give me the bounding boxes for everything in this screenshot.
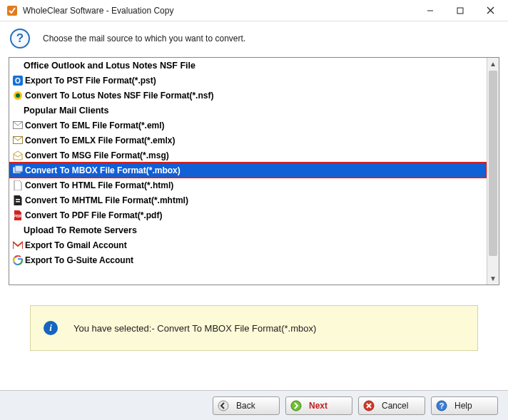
header-area: ? Choose the mail source to which you wa… <box>0 21 508 57</box>
button-label: Back <box>236 401 255 411</box>
svg-rect-13 <box>15 165 23 172</box>
gmail-icon <box>12 240 23 250</box>
item-label: Convert To EMLX File Format(*.emlx) <box>25 135 175 145</box>
close-button[interactable] <box>475 1 505 21</box>
google-icon <box>12 255 23 265</box>
cancel-button[interactable]: Cancel <box>358 396 425 415</box>
item-eml[interactable]: Convert To EML File Format(*.eml) <box>9 118 487 133</box>
item-label: Export To Gmail Account <box>25 240 127 250</box>
question-icon: ? <box>10 29 30 48</box>
window-stack-icon <box>12 165 23 175</box>
help-button[interactable]: ? Help <box>431 396 498 415</box>
button-label: Cancel <box>382 401 408 411</box>
item-msg[interactable]: Convert To MSG File Format(*.msg) <box>9 148 487 163</box>
item-label: Export To G-Suite Account <box>25 255 133 265</box>
svg-rect-15 <box>16 201 20 203</box>
svg-rect-14 <box>16 199 20 200</box>
item-label: Convert To PDF File Format(*.pdf) <box>25 210 162 220</box>
item-nsf[interactable]: Convert To Lotus Notes NSF File Format(*… <box>9 88 487 103</box>
app-icon <box>6 4 19 17</box>
next-button[interactable]: Next <box>285 396 352 415</box>
pdf-icon: PDF <box>12 210 23 220</box>
arrow-right-icon <box>290 400 302 411</box>
item-label: Convert To EML File Format(*.eml) <box>25 121 165 130</box>
item-label: Convert To MHTML File Format(*.mhtml) <box>25 195 188 205</box>
svg-rect-2 <box>457 8 463 14</box>
scroll-thumb[interactable] <box>489 71 497 256</box>
arrow-left-icon <box>218 400 229 411</box>
item-pdf[interactable]: PDF Convert To PDF File Format(*.pdf) <box>9 208 487 222</box>
item-gsuite[interactable]: Export To G-Suite Account <box>9 252 487 267</box>
svg-text:PDF: PDF <box>14 214 22 218</box>
item-mbox[interactable]: Convert To MBOX File Format(*.mbox) <box>9 163 487 178</box>
status-panel: i You have selected:- Convert To MBOX Fi… <box>30 305 478 351</box>
item-label: Export To PST File Format(*.pst) <box>25 76 156 86</box>
svg-point-21 <box>291 401 301 411</box>
item-mhtml[interactable]: Convert To MHTML File Format(*.mhtml) <box>9 193 487 208</box>
status-text: You have selected:- Convert To MBOX File… <box>73 323 316 334</box>
item-label: Convert To HTML File Format(*.html) <box>25 180 173 190</box>
instruction-text: Choose the mail source to which you want… <box>43 34 245 43</box>
button-label: Help <box>454 401 472 411</box>
back-button[interactable]: Back <box>213 396 280 415</box>
svg-text:?: ? <box>440 401 444 410</box>
format-list: Office Outlook and Lotus Notes NSF File … <box>9 57 499 285</box>
scroll-up-icon[interactable]: ▲ <box>487 58 499 70</box>
button-label: Next <box>309 401 327 411</box>
file-dark-icon <box>12 195 23 205</box>
svg-point-8 <box>16 93 20 98</box>
cancel-icon <box>363 400 375 411</box>
item-label: Convert To MBOX File Format(*.mbox) <box>25 165 181 175</box>
button-bar: Back Next Cancel ? Help <box>0 390 508 420</box>
outlook-icon: O <box>12 75 23 86</box>
lotus-icon <box>12 90 23 101</box>
item-pst[interactable]: O Export To PST File Format(*.pst) <box>9 73 487 88</box>
mail-icon <box>12 135 23 145</box>
info-icon: i <box>44 321 58 335</box>
mail-icon <box>12 120 23 130</box>
group-header-office: Office Outlook and Lotus Notes NSF File <box>9 58 487 73</box>
item-gmail[interactable]: Export To Gmail Account <box>9 237 487 252</box>
svg-marker-11 <box>14 151 22 160</box>
file-icon <box>12 180 23 190</box>
maximize-button[interactable] <box>445 1 475 21</box>
scroll-down-icon[interactable]: ▼ <box>487 272 499 285</box>
minimize-button[interactable] <box>415 1 445 21</box>
group-header-upload: Upload To Remote Servers <box>9 222 487 237</box>
scrollbar[interactable]: ▲ ▼ <box>487 58 499 285</box>
item-label: Convert To Lotus Notes NSF File Format(*… <box>25 91 213 101</box>
titlebar: WholeClear Software - Evaluation Copy <box>0 0 508 21</box>
item-emlx[interactable]: Convert To EMLX File Format(*.emlx) <box>9 133 487 148</box>
window-title: WholeClear Software - Evaluation Copy <box>23 6 173 16</box>
mail-open-icon <box>12 150 23 160</box>
item-html[interactable]: Convert To HTML File Format(*.html) <box>9 178 487 193</box>
group-header-popular: Popular Mail Clients <box>9 103 487 118</box>
svg-point-20 <box>218 401 228 411</box>
svg-text:O: O <box>15 77 21 85</box>
help-icon: ? <box>436 400 447 411</box>
item-label: Convert To MSG File Format(*.msg) <box>25 150 169 160</box>
